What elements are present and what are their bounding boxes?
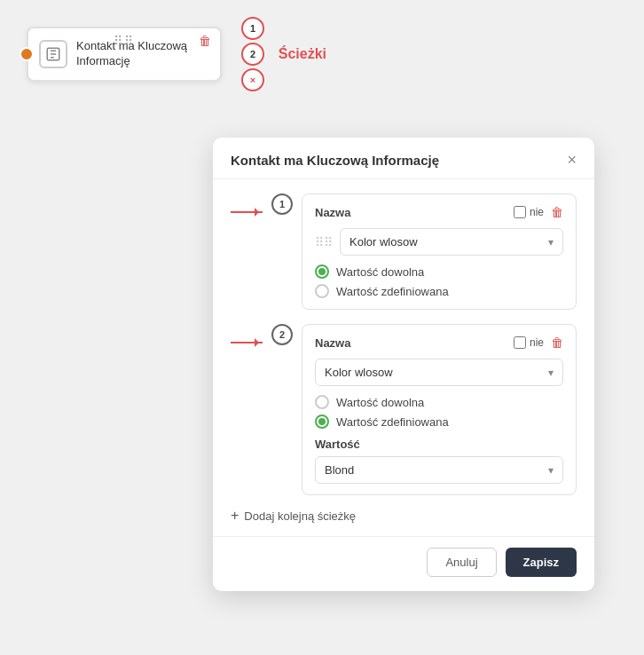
flow-node-icon [39, 40, 67, 68]
radio-group-1: Wartość dowolna Wartość zdefiniowana [315, 264, 563, 298]
path-2-arrow [231, 342, 263, 343]
save-button[interactable]: Zapisz [506, 548, 577, 577]
modal-header: Kontakt ma Kluczową Informację × [213, 138, 594, 179]
path-2-badge: 2 [271, 324, 293, 345]
add-path-button[interactable]: + Dodaj kolejną ścieżkę [231, 495, 577, 529]
radio-item-1a[interactable]: Wartość dowolna [315, 264, 563, 279]
chevron-down-icon-1: ▾ [548, 236, 554, 249]
radio-circle-1b [315, 284, 329, 298]
radio-item-2a[interactable]: Wartość dowolna [315, 395, 563, 409]
modal-footer: Anuluj Zapisz [213, 536, 594, 577]
condition-header-2: Nazwa nie 🗑 [315, 335, 563, 350]
condition-delete-1[interactable]: 🗑 [551, 205, 563, 219]
path-2-section: 2 Nazwa nie 🗑 Kolor wlosow [231, 324, 577, 495]
path-badge-1[interactable]: 1 [241, 17, 264, 40]
path-1-section: 1 Nazwa nie 🗑 ⠿⠿ Kolor w [231, 193, 577, 310]
flow-node-label: Kontakt ma Kluczową Informację [76, 39, 209, 69]
condition-controls-1: nie 🗑 [514, 205, 563, 219]
field-dropdown-2[interactable]: Kolor wlosow ▾ [315, 359, 563, 386]
radio-circle-1a [315, 264, 329, 279]
modal-title: Kontakt ma Kluczową Informację [231, 153, 439, 168]
nie-checkbox-1[interactable]: nie [514, 206, 544, 218]
modal-panel: Kontakt ma Kluczową Informację × 1 Nazwa… [213, 138, 594, 591]
arrow-line-1 [231, 211, 263, 213]
condition-card-1: Nazwa nie 🗑 ⠿⠿ Kolor wlosow ▾ [302, 193, 577, 310]
paths-container: 1 2 × [241, 17, 264, 91]
condition-nazwa-1: Nazwa [315, 206, 350, 219]
flow-node: ⠿⠿ 🗑 Kontakt ma Kluczową Informację 1 2 … [27, 27, 222, 82]
modal-close-button[interactable]: × [567, 152, 577, 168]
flow-node-delete-icon[interactable]: 🗑 [199, 34, 211, 48]
path-badge-x[interactable]: × [241, 68, 264, 91]
radio-item-1b[interactable]: Wartość zdefiniowana [315, 284, 563, 298]
condition-header-1: Nazwa nie 🗑 [315, 205, 563, 219]
condition-controls-2: nie 🗑 [514, 335, 563, 350]
path-1-arrow [231, 211, 263, 213]
radio-circle-2a [315, 395, 329, 409]
wartosc-label: Wartość [315, 438, 563, 451]
plus-icon: + [231, 508, 239, 524]
field-row-2: Kolor wlosow ▾ [315, 359, 563, 386]
drag-handle[interactable]: ⠿⠿ [114, 34, 135, 48]
drag-dots-1[interactable]: ⠿⠿ [315, 235, 333, 249]
chevron-down-icon-2: ▾ [548, 367, 554, 379]
arrow-line-2 [231, 342, 263, 343]
condition-delete-2[interactable]: 🗑 [551, 335, 563, 350]
path-badge-2[interactable]: 2 [241, 43, 264, 66]
field-row-1: ⠿⠿ Kolor wlosow ▾ [315, 228, 563, 256]
condition-nazwa-2: Nazwa [315, 336, 350, 350]
nie-check-1[interactable] [514, 206, 526, 218]
wartosc-section: Wartość Blond ▾ [315, 438, 563, 484]
cancel-button[interactable]: Anuluj [427, 548, 496, 577]
radio-circle-2b [315, 414, 329, 429]
radio-group-2: Wartość dowolna Wartość zdefiniowana [315, 395, 563, 429]
sciezki-label: Ścieżki [279, 46, 326, 62]
flow-node-connector [20, 47, 34, 61]
field-dropdown-1[interactable]: Kolor wlosow ▾ [340, 228, 563, 256]
wartosc-dropdown[interactable]: Blond ▾ [315, 456, 563, 484]
radio-item-2b[interactable]: Wartość zdefiniowana [315, 414, 563, 429]
nie-checkbox-2[interactable]: nie [514, 336, 544, 349]
path-1-badge: 1 [271, 193, 293, 215]
chevron-down-icon-3: ▾ [548, 464, 554, 477]
nie-check-2[interactable] [514, 336, 526, 349]
modal-body: 1 Nazwa nie 🗑 ⠿⠿ Kolor w [213, 179, 594, 529]
condition-card-2: Nazwa nie 🗑 Kolor wlosow ▾ [302, 324, 577, 495]
